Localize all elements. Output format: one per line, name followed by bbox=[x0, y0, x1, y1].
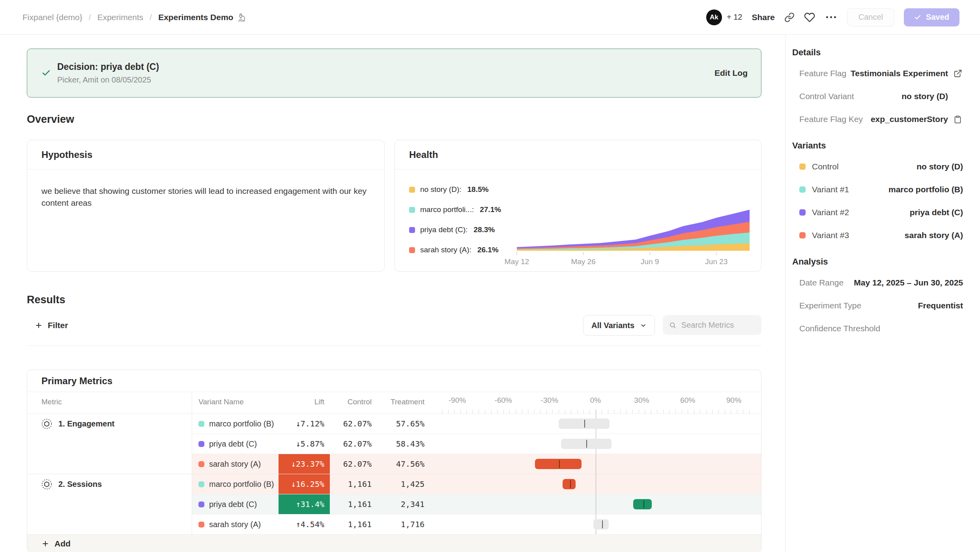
metric-row[interactable]: marco portfolio (B)↓16.25%1,1611,425 bbox=[192, 474, 761, 494]
share-button[interactable]: Share bbox=[752, 13, 774, 22]
copy-link-icon[interactable] bbox=[784, 12, 795, 23]
axis-tick-label: 60% bbox=[680, 396, 695, 405]
favorite-heart-icon[interactable] bbox=[804, 12, 815, 23]
legend-swatch bbox=[409, 187, 415, 193]
breadcrumb-project[interactable]: Fixpanel {demo} bbox=[22, 13, 82, 22]
health-card: Health no story (D): 18.5% marco portfol… bbox=[395, 140, 761, 272]
axis-tick-mark bbox=[626, 409, 627, 413]
search-icon bbox=[669, 321, 676, 329]
variant-cell: priya debt (C) bbox=[192, 494, 279, 514]
axis-tick-mark bbox=[651, 409, 651, 413]
axis-tick-mark bbox=[602, 409, 602, 413]
variant-label: Variant #1 bbox=[812, 185, 849, 194]
avatar[interactable]: Ak bbox=[706, 9, 722, 25]
metric-row[interactable]: priya debt (C)↑31.4%1,1612,341 bbox=[192, 494, 761, 514]
plus-icon bbox=[41, 540, 49, 548]
saved-button[interactable]: Saved bbox=[904, 8, 959, 26]
filter-label: Filter bbox=[48, 321, 68, 330]
metric-row[interactable]: sarah story (A)↑4.54%1,1611,716 bbox=[192, 514, 761, 534]
axis-tick-mark bbox=[657, 409, 657, 413]
external-link-icon[interactable] bbox=[954, 69, 963, 78]
axis-tick-mark bbox=[454, 409, 454, 413]
control-value: 1,161 bbox=[330, 514, 377, 534]
axis-tick-label: 0% bbox=[590, 396, 601, 405]
lift-ci-cell bbox=[430, 434, 761, 454]
analysis-value: Frequentist bbox=[918, 301, 963, 310]
variant-value: sarah story (A) bbox=[905, 231, 963, 240]
axis-tick-mark bbox=[688, 409, 688, 413]
variant-color-dot bbox=[799, 186, 806, 193]
axis-tick-mark bbox=[448, 409, 449, 413]
ci-bar bbox=[593, 519, 609, 529]
results-toolbar: Filter All Variants bbox=[27, 315, 761, 335]
column-header-treatment: Treatment bbox=[377, 392, 430, 413]
axis-tick-label: -90% bbox=[449, 396, 466, 405]
legend-value: 27.1% bbox=[480, 205, 501, 214]
axis-tick-mark bbox=[589, 409, 590, 413]
legend-value: 18.5% bbox=[468, 185, 489, 194]
more-options-button[interactable] bbox=[825, 16, 838, 18]
ci-marker bbox=[559, 460, 560, 468]
control-value: 1,161 bbox=[330, 494, 377, 514]
decision-subtitle: Picker, Amit on 08/05/2025 bbox=[57, 75, 159, 84]
variant-value: no story (D) bbox=[916, 162, 963, 171]
axis-tick-mark bbox=[540, 409, 540, 413]
axis-tick-label: -30% bbox=[540, 396, 558, 405]
detail-row-feature-flag-key: Feature Flag Key exp_customerStory bbox=[792, 115, 963, 124]
ci-marker bbox=[570, 480, 571, 488]
axis-tick-mark bbox=[497, 409, 497, 413]
search-metrics-input[interactable] bbox=[681, 320, 755, 330]
metric-cell[interactable]: 2. Sessions bbox=[27, 474, 192, 534]
variant-color-dot bbox=[799, 163, 806, 170]
analysis-heading: Analysis bbox=[792, 257, 963, 267]
zero-line bbox=[596, 494, 596, 514]
legend-swatch bbox=[409, 227, 415, 233]
ci-bar bbox=[535, 459, 582, 469]
axis-tick-mark bbox=[534, 409, 535, 413]
add-metric-button[interactable]: Add bbox=[27, 534, 761, 552]
variant-cell: sarah story (A) bbox=[192, 454, 279, 474]
axis-tick-mark bbox=[596, 409, 596, 413]
axis-tick-mark bbox=[725, 409, 725, 413]
axis-tick-mark bbox=[663, 409, 664, 413]
analysis-row-date-range: Date Range May 12, 2025 – Jun 30, 2025 bbox=[792, 278, 963, 287]
add-filter-button[interactable]: Filter bbox=[27, 321, 68, 330]
variant-row-2: Variant #2 priya debt (C) bbox=[792, 208, 963, 217]
lift-ci-cell bbox=[430, 454, 761, 474]
breadcrumb-experiments[interactable]: Experiments bbox=[97, 13, 144, 22]
axis-tick-mark bbox=[479, 409, 479, 413]
detail-label: Control Variant bbox=[799, 92, 854, 101]
svg-text:May 12: May 12 bbox=[505, 257, 529, 266]
variants-filter-dropdown[interactable]: All Variants bbox=[583, 315, 655, 336]
variant-color-dot bbox=[198, 441, 204, 447]
axis-tick-mark bbox=[571, 409, 571, 413]
variant-color-dot bbox=[198, 461, 204, 467]
detail-label: Feature Flag Key bbox=[799, 115, 863, 124]
variant-color-dot bbox=[198, 501, 204, 507]
metric-cell[interactable]: 1. Engagement bbox=[27, 414, 192, 474]
metric-row[interactable]: priya debt (C)↓5.87%62.07%58.43% bbox=[192, 434, 761, 454]
copy-icon[interactable] bbox=[954, 115, 963, 124]
column-header-control: Control bbox=[330, 392, 377, 413]
metric-row[interactable]: sarah story (A)↓23.37%62.07%47.56% bbox=[192, 454, 761, 474]
legend-item: sarah story (A): 26.1% bbox=[409, 246, 515, 254]
axis-tick-mark bbox=[620, 409, 621, 413]
legend-label: sarah story (A): bbox=[420, 246, 471, 254]
collaborators-count[interactable]: + 12 bbox=[727, 13, 742, 22]
axis-tick-mark bbox=[546, 409, 547, 413]
lift-value: ↓16.25% bbox=[279, 474, 330, 494]
svg-text:Jun 9: Jun 9 bbox=[641, 257, 659, 266]
detail-value: no story (D) bbox=[901, 92, 948, 101]
cancel-button[interactable]: Cancel bbox=[847, 8, 894, 26]
legend-value: 26.1% bbox=[477, 246, 499, 254]
health-area-chart: May 12May 26Jun 9Jun 23 bbox=[515, 180, 752, 266]
axis-tick-mark bbox=[509, 409, 510, 413]
axis-tick-mark bbox=[559, 409, 559, 413]
variant-name: marco portfolio (B) bbox=[209, 419, 274, 428]
plus-icon bbox=[35, 321, 43, 329]
legend-swatch bbox=[409, 247, 415, 253]
overview-heading: Overview bbox=[27, 113, 761, 126]
metric-row[interactable]: marco portfolio (B)↓7.12%62.07%57.65% bbox=[192, 414, 761, 434]
analysis-row-confidence-threshold: Confidence Threshold bbox=[792, 324, 963, 333]
edit-log-button[interactable]: Edit Log bbox=[714, 68, 748, 78]
